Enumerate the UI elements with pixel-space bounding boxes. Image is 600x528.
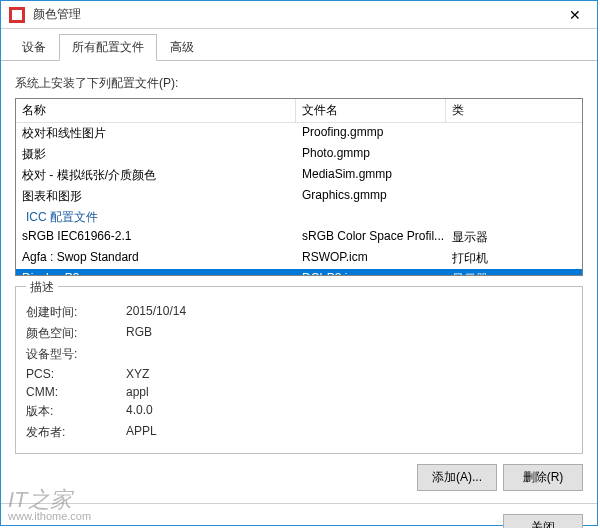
description-label: 颜色空间:: [26, 325, 126, 342]
description-row: 颜色空间:RGB: [26, 323, 572, 344]
description-row: 创建时间:2015/10/14: [26, 302, 572, 323]
cell-name: Display P3: [16, 270, 296, 276]
description-label: 发布者:: [26, 424, 126, 441]
listview-header: 名称 文件名 类: [16, 99, 582, 123]
cell-class: [446, 187, 582, 206]
description-value: appl: [126, 385, 149, 399]
description-value: 4.0.0: [126, 403, 153, 420]
list-row[interactable]: 校对 - 模拟纸张/介质颜色MediaSim.gmmp: [16, 165, 582, 186]
description-row: 版本:4.0.0: [26, 401, 572, 422]
cell-class: 打印机: [446, 249, 582, 268]
description-label: PCS:: [26, 367, 126, 381]
description-group: 描述 创建时间:2015/10/14颜色空间:RGB设备型号:PCS:XYZCM…: [15, 286, 583, 454]
list-row[interactable]: 图表和图形Graphics.gmmp: [16, 186, 582, 207]
cell-name: 校对 - 模拟纸张/介质颜色: [16, 166, 296, 185]
description-row: PCS:XYZ: [26, 365, 572, 383]
cell-file: MediaSim.gmmp: [296, 166, 446, 185]
cell-class: [446, 145, 582, 164]
cell-name: 摄影: [16, 145, 296, 164]
description-label: 设备型号:: [26, 346, 126, 363]
close-button[interactable]: ✕: [552, 1, 597, 29]
cell-class: [446, 166, 582, 185]
description-row: CMM:appl: [26, 383, 572, 401]
description-value: 2015/10/14: [126, 304, 186, 321]
remove-button[interactable]: 删除(R): [503, 464, 583, 491]
list-row[interactable]: 摄影Photo.gmmp: [16, 144, 582, 165]
cell-file: DCI-P3.icc: [296, 270, 446, 276]
tab-all-profiles[interactable]: 所有配置文件: [59, 34, 157, 61]
description-value: XYZ: [126, 367, 149, 381]
window-title: 颜色管理: [33, 6, 81, 23]
cell-name: Agfa : Swop Standard: [16, 249, 296, 268]
cell-name: sRGB IEC61966-2.1: [16, 228, 296, 247]
profile-buttons-row: 添加(A)... 删除(R): [1, 464, 597, 491]
cell-class: 显示器: [446, 270, 582, 276]
icc-group-label: ICC 配置文件: [16, 207, 582, 227]
cell-file: RSWOP.icm: [296, 249, 446, 268]
list-row[interactable]: 校对和线性图片Proofing.gmmp: [16, 123, 582, 144]
column-class[interactable]: 类: [446, 99, 582, 122]
column-name[interactable]: 名称: [16, 99, 296, 122]
list-row[interactable]: Agfa : Swop StandardRSWOP.icm打印机: [16, 248, 582, 269]
app-icon: [9, 7, 25, 23]
cell-class: 显示器: [446, 228, 582, 247]
tab-devices[interactable]: 设备: [9, 34, 59, 61]
column-filename[interactable]: 文件名: [296, 99, 446, 122]
tab-strip: 设备 所有配置文件 高级: [1, 29, 597, 61]
cell-class: [446, 124, 582, 143]
description-label: 版本:: [26, 403, 126, 420]
description-value: RGB: [126, 325, 152, 342]
cell-name: 校对和线性图片: [16, 124, 296, 143]
profiles-label: 系统上安装了下列配置文件(P):: [15, 75, 583, 92]
description-row: 设备型号:: [26, 344, 572, 365]
profiles-listview[interactable]: 名称 文件名 类 校对和线性图片Proofing.gmmp摄影Photo.gmm…: [15, 98, 583, 276]
cell-file: Photo.gmmp: [296, 145, 446, 164]
listview-body: 校对和线性图片Proofing.gmmp摄影Photo.gmmp校对 - 模拟纸…: [16, 123, 582, 276]
titlebar: 颜色管理 ✕: [1, 1, 597, 29]
description-grid: 创建时间:2015/10/14颜色空间:RGB设备型号:PCS:XYZCMM:a…: [26, 302, 572, 443]
description-label: CMM:: [26, 385, 126, 399]
close-dialog-button[interactable]: 关闭: [503, 514, 583, 528]
cell-file: Proofing.gmmp: [296, 124, 446, 143]
list-row[interactable]: Display P3DCI-P3.icc显示器: [16, 269, 582, 276]
cell-file: sRGB Color Space Profil...: [296, 228, 446, 247]
add-button[interactable]: 添加(A)...: [417, 464, 497, 491]
list-row[interactable]: sRGB IEC61966-2.1sRGB Color Space Profil…: [16, 227, 582, 248]
description-value: APPL: [126, 424, 157, 441]
description-row: 发布者:APPL: [26, 422, 572, 443]
tab-advanced[interactable]: 高级: [157, 34, 207, 61]
cell-name: 图表和图形: [16, 187, 296, 206]
color-management-window: 颜色管理 ✕ 设备 所有配置文件 高级 系统上安装了下列配置文件(P): 名称 …: [0, 0, 598, 526]
tab-content: 系统上安装了下列配置文件(P): 名称 文件名 类 校对和线性图片Proofin…: [1, 61, 597, 454]
description-label: 创建时间:: [26, 304, 126, 321]
description-title: 描述: [26, 279, 58, 296]
footer-row: 关闭: [1, 504, 597, 528]
cell-file: Graphics.gmmp: [296, 187, 446, 206]
